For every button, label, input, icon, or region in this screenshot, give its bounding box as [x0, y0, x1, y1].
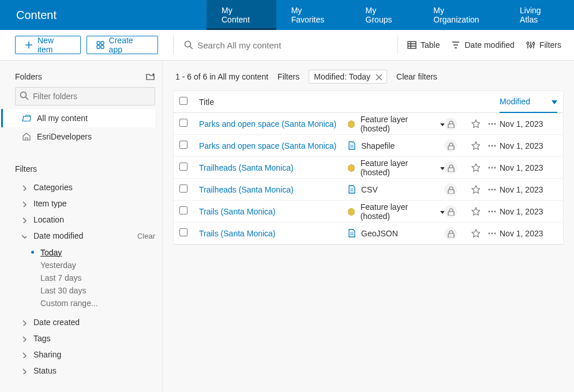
folder-label: All my content: [37, 114, 88, 123]
items-table: Title Modified Parks and open space (San…: [173, 91, 564, 245]
tab-living-atlas[interactable]: Living Atlas: [505, 0, 574, 30]
table-row: Trails (Santa Monica)GeoJSONNov 1, 2023: [174, 223, 563, 244]
new-folder-icon[interactable]: [146, 72, 155, 81]
modified-date: Nov 1, 2023: [500, 163, 557, 172]
row-checkbox[interactable]: [179, 184, 187, 193]
page-title: Content: [0, 0, 207, 30]
more-actions-button[interactable]: [483, 207, 500, 216]
filters-button[interactable]: Filters: [526, 40, 561, 50]
folders-heading-label: Folders: [15, 72, 42, 81]
caret-down-icon: [438, 208, 444, 214]
item-type-label: Feature layer (hosted): [361, 202, 434, 221]
file-icon: [347, 141, 356, 150]
filters-label: Filters: [539, 40, 561, 50]
sharing-badge[interactable]: [444, 161, 457, 174]
more-actions-button[interactable]: [483, 163, 500, 172]
table-header: Title Modified: [174, 91, 563, 113]
lock-icon: [447, 120, 455, 128]
tab-my-organization[interactable]: My Organization: [418, 0, 505, 30]
table-row: Parks and open space (Santa Monica)Shape…: [174, 135, 563, 157]
sharing-badge[interactable]: [444, 227, 457, 240]
sort-label: Date modified: [464, 40, 514, 50]
col-title[interactable]: Title: [199, 97, 346, 107]
filter-group-label: Tags: [33, 334, 155, 343]
filter-group-categories[interactable]: Categories: [15, 179, 155, 195]
create-app-button[interactable]: Create app: [87, 36, 158, 54]
more-actions-button[interactable]: [483, 185, 500, 194]
item-title-link[interactable]: Parks and open space (Santa Monica): [199, 141, 336, 150]
folder-all-my-content[interactable]: All my content: [1, 109, 155, 127]
filter-option-custom-range-[interactable]: Custom range...: [40, 297, 155, 309]
favorite-button[interactable]: [467, 229, 483, 238]
filter-chip-modified[interactable]: Modified: Today: [309, 70, 387, 84]
filter-group-sharing[interactable]: Sharing: [15, 346, 155, 363]
view-table-button[interactable]: Table: [407, 40, 440, 50]
close-icon[interactable]: [375, 73, 382, 80]
filter-group-label: Sharing: [33, 350, 155, 359]
filter-group-date-modified[interactable]: Date modifiedClear: [15, 228, 155, 244]
sharing-badge[interactable]: [444, 140, 457, 152]
item-title-link[interactable]: Trails (Santa Monica): [199, 207, 276, 216]
sharing-badge[interactable]: [444, 205, 457, 218]
item-title-link[interactable]: Parks and open space (Santa Monica): [199, 119, 336, 129]
nav-tabs: My ContentMy FavoritesMy GroupsMy Organi…: [207, 0, 574, 30]
chevron-right-icon: [21, 319, 27, 326]
favorite-button[interactable]: [467, 119, 483, 128]
filter-option-last-7-days[interactable]: Last 7 days: [40, 272, 155, 284]
toolbar: New item Create app Table Date modified …: [0, 30, 574, 61]
more-actions-button[interactable]: [483, 141, 500, 150]
filter-group-status[interactable]: Status: [15, 363, 155, 379]
tab-my-content[interactable]: My Content: [207, 0, 276, 30]
modified-date: Nov 1, 2023: [500, 207, 557, 216]
item-type[interactable]: Feature layer (hosted): [346, 115, 444, 133]
col-modified[interactable]: Modified: [500, 91, 557, 113]
search-input[interactable]: [193, 37, 387, 54]
filter-group-location[interactable]: Location: [15, 212, 155, 228]
item-type: GeoJSON: [346, 229, 444, 238]
item-type-label: Feature layer (hosted): [361, 115, 434, 133]
folder-esridevelopers[interactable]: EsriDevelopers: [16, 127, 155, 146]
filter-option-last-30-days[interactable]: Last 30 days: [40, 284, 155, 296]
tab-my-groups[interactable]: My Groups: [351, 0, 419, 30]
filter-group-date-created[interactable]: Date created: [15, 314, 155, 330]
select-all-checkbox[interactable]: [179, 97, 187, 105]
modified-date: Nov 1, 2023: [500, 119, 557, 129]
new-item-button[interactable]: New item: [15, 36, 81, 54]
item-type[interactable]: Feature layer (hosted): [346, 202, 444, 221]
more-actions-button[interactable]: [483, 229, 500, 238]
row-checkbox[interactable]: [179, 141, 187, 149]
row-checkbox[interactable]: [179, 206, 187, 214]
item-title-link[interactable]: Trails (Santa Monica): [199, 229, 276, 238]
favorite-button[interactable]: [467, 185, 483, 194]
lock-icon: [447, 186, 455, 194]
filter-group-tags[interactable]: Tags: [15, 330, 155, 346]
item-title-link[interactable]: Trailheads (Santa Monica): [199, 163, 294, 172]
item-title-link[interactable]: Trailheads (Santa Monica): [199, 185, 294, 194]
more-actions-button[interactable]: [483, 119, 500, 128]
sharing-badge[interactable]: [444, 183, 457, 196]
filter-option-today[interactable]: Today: [40, 246, 155, 258]
sort-button[interactable]: Date modified: [451, 40, 514, 50]
filters-chip-label: Filters: [277, 72, 299, 81]
new-item-label: New item: [37, 36, 71, 54]
favorite-button[interactable]: [467, 207, 483, 216]
sharing-badge[interactable]: [444, 118, 457, 130]
chevron-down-icon: [21, 233, 27, 239]
table-row: Trails (Santa Monica)Feature layer (host…: [174, 201, 563, 223]
clear-filters-link[interactable]: Clear filters: [396, 72, 437, 81]
chevron-right-icon: [21, 201, 27, 207]
filter-group-item-type[interactable]: Item type: [15, 195, 155, 212]
filter-clear-link[interactable]: Clear: [137, 232, 155, 240]
row-checkbox[interactable]: [179, 228, 187, 236]
filter-option-yesterday[interactable]: Yesterday: [40, 259, 155, 271]
favorite-button[interactable]: [467, 141, 483, 150]
favorite-button[interactable]: [467, 163, 483, 172]
lock-icon: [447, 142, 455, 150]
row-checkbox[interactable]: [179, 163, 187, 171]
layer-icon: [347, 207, 355, 216]
row-checkbox[interactable]: [179, 119, 187, 127]
item-type[interactable]: Feature layer (hosted): [346, 159, 444, 177]
tab-my-favorites[interactable]: My Favorites: [276, 0, 351, 30]
filter-folders-input[interactable]: [15, 87, 155, 105]
lock-icon: [447, 208, 455, 216]
